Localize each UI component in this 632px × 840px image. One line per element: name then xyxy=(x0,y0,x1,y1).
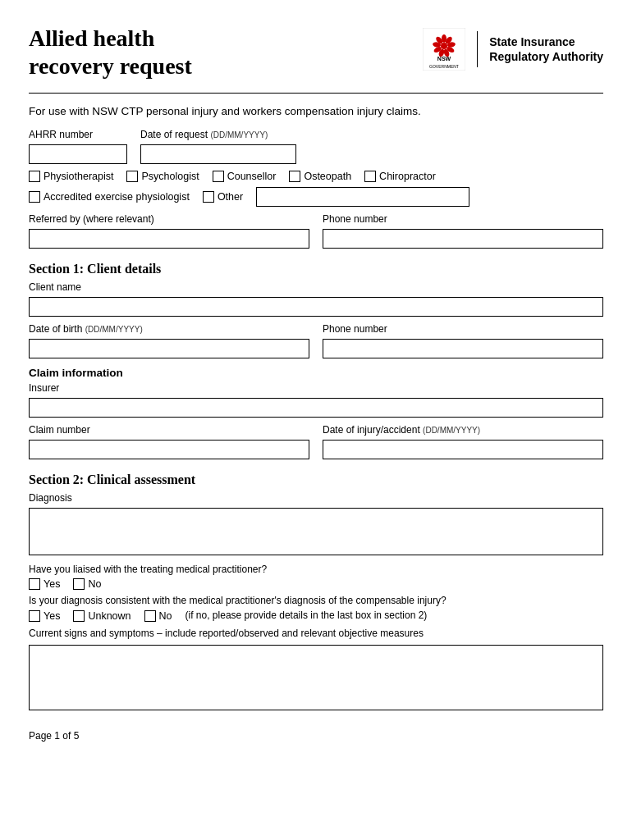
liaised-checkboxes: Yes No xyxy=(29,578,603,590)
consistent-label: Is your diagnosis consistent with the me… xyxy=(29,595,603,606)
osteopath-checkbox-item[interactable]: Osteopath xyxy=(289,171,351,182)
osteopath-label: Osteopath xyxy=(304,171,351,182)
psychologist-label: Psychologist xyxy=(141,171,199,182)
dob-label: Date of birth (DD/MM/YYYY) xyxy=(29,323,309,335)
other-label: Other xyxy=(218,191,243,203)
other-checkbox-item[interactable]: Other xyxy=(203,191,243,203)
signs-symptoms-label: Current signs and symptoms – include rep… xyxy=(29,628,603,639)
logo-area: NSW GOVERNMENT State Insurance Regulator… xyxy=(423,28,603,71)
checkbox-row-1: Physiotherapist Psychologist Counsellor … xyxy=(29,171,603,182)
ahrr-date-row: AHRR number Date of request (DD/MM/YYYY) xyxy=(29,129,603,164)
page-title: Allied health recovery request xyxy=(29,25,192,80)
counsellor-checkbox[interactable] xyxy=(213,171,224,182)
dob-phone-row: Date of birth (DD/MM/YYYY) Phone number xyxy=(29,323,603,358)
referred-by-label: Referred by (where relevant) xyxy=(29,213,309,225)
counsellor-label: Counsellor xyxy=(227,171,277,182)
page-footer: Page 1 of 5 xyxy=(29,730,603,742)
insurer-group: Insurer xyxy=(29,382,603,418)
phone-group: Phone number xyxy=(323,213,603,249)
dob-input[interactable] xyxy=(29,339,309,358)
consistent-unknown-item[interactable]: Unknown xyxy=(73,610,131,622)
date-request-label: Date of request (DD/MM/YYYY) xyxy=(140,129,296,140)
ahrr-input[interactable] xyxy=(29,144,127,164)
accredited-checkbox[interactable] xyxy=(29,191,40,203)
accredited-label: Accredited exercise physiologist xyxy=(44,191,190,203)
physiotherapist-checkbox[interactable] xyxy=(29,171,40,182)
diagnosis-label: Diagnosis xyxy=(29,492,603,504)
chiropractor-checkbox-item[interactable]: Chiropractor xyxy=(364,171,436,182)
consistent-checkboxes: Yes Unknown No (if no, please provide de… xyxy=(29,609,603,623)
date-injury-input[interactable] xyxy=(323,440,603,459)
client-name-group: Client name xyxy=(29,281,603,317)
section1-title: Section 1: Client details xyxy=(29,262,603,276)
diagnosis-textarea[interactable] xyxy=(29,508,603,555)
page-info: Page 1 of 5 xyxy=(29,730,79,742)
claim-number-input[interactable] xyxy=(29,440,309,459)
signs-symptoms-textarea[interactable] xyxy=(29,645,603,710)
chiropractor-checkbox[interactable] xyxy=(364,171,376,182)
logo-divider xyxy=(477,31,479,67)
ahrr-label: AHRR number xyxy=(29,129,127,140)
date-injury-group: Date of injury/accident (DD/MM/YYYY) xyxy=(323,424,603,459)
physiotherapist-checkbox-item[interactable]: Physiotherapist xyxy=(29,171,113,182)
diagnosis-group: Diagnosis xyxy=(29,492,603,555)
nsw-logo-icon: NSW GOVERNMENT xyxy=(423,28,465,71)
consistent-unknown-checkbox[interactable] xyxy=(73,610,85,622)
consistent-yes-item[interactable]: Yes xyxy=(29,610,60,622)
date-request-input[interactable] xyxy=(140,144,296,164)
header-divider xyxy=(29,93,603,94)
liaised-no-label: No xyxy=(88,578,101,590)
client-phone-input[interactable] xyxy=(323,339,603,358)
consistent-yes-label: Yes xyxy=(44,610,60,622)
consistent-unknown-label: Unknown xyxy=(88,610,131,622)
page-header: Allied health recovery request NSW GOVER… xyxy=(29,25,603,80)
sira-name: State Insurance Regulatory Authority xyxy=(489,34,603,64)
consistent-if-no-note: (if no, please provide details in the la… xyxy=(185,609,428,621)
claim-info-subtitle: Claim information xyxy=(29,367,603,379)
chiropractor-label: Chiropractor xyxy=(379,171,436,182)
ahrr-field-group: AHRR number xyxy=(29,129,127,164)
dob-group: Date of birth (DD/MM/YYYY) xyxy=(29,323,309,358)
claim-injury-row: Claim number Date of injury/accident (DD… xyxy=(29,424,603,459)
svg-point-10 xyxy=(441,43,447,49)
consistent-no-checkbox[interactable] xyxy=(144,610,156,622)
consistent-no-label: No xyxy=(159,610,172,622)
consistent-yes-checkbox[interactable] xyxy=(29,610,40,622)
client-phone-label: Phone number xyxy=(323,323,603,335)
checkbox-row-2: Accredited exercise physiologist Other xyxy=(29,187,603,207)
referred-by-group: Referred by (where relevant) xyxy=(29,213,309,249)
liaised-no-item[interactable]: No xyxy=(73,578,101,590)
client-name-label: Client name xyxy=(29,281,603,293)
referred-by-input[interactable] xyxy=(29,229,309,249)
liaised-section: Have you liaised with the treating medic… xyxy=(29,564,603,590)
liaised-yes-item[interactable]: Yes xyxy=(29,578,60,590)
insurer-input[interactable] xyxy=(29,398,603,418)
liaised-label: Have you liaised with the treating medic… xyxy=(29,564,603,575)
accredited-checkbox-item[interactable]: Accredited exercise physiologist xyxy=(29,191,190,203)
client-phone-group: Phone number xyxy=(323,323,603,358)
svg-text:GOVERNMENT: GOVERNMENT xyxy=(429,64,459,69)
svg-text:NSW: NSW xyxy=(437,56,451,62)
counsellor-checkbox-item[interactable]: Counsellor xyxy=(213,171,277,182)
liaised-yes-label: Yes xyxy=(44,578,60,590)
other-text-input[interactable] xyxy=(256,187,469,207)
form-subtitle: For use with NSW CTP personal injury and… xyxy=(29,105,603,117)
insurer-label: Insurer xyxy=(29,382,603,394)
claim-number-group: Claim number xyxy=(29,424,309,459)
client-name-input[interactable] xyxy=(29,297,603,317)
consistent-section: Is your diagnosis consistent with the me… xyxy=(29,595,603,623)
phone-input[interactable] xyxy=(323,229,603,249)
phone-label: Phone number xyxy=(323,213,603,225)
psychologist-checkbox-item[interactable]: Psychologist xyxy=(126,171,199,182)
date-injury-label: Date of injury/accident (DD/MM/YYYY) xyxy=(323,424,603,436)
other-checkbox[interactable] xyxy=(203,191,214,203)
section2-title: Section 2: Clinical assessment xyxy=(29,472,603,487)
osteopath-checkbox[interactable] xyxy=(289,171,300,182)
psychologist-checkbox[interactable] xyxy=(126,171,138,182)
signs-symptoms-group: Current signs and symptoms – include rep… xyxy=(29,628,603,710)
claim-number-label: Claim number xyxy=(29,424,309,436)
liaised-no-checkbox[interactable] xyxy=(73,578,85,590)
referred-phone-row: Referred by (where relevant) Phone numbe… xyxy=(29,213,603,249)
consistent-no-item[interactable]: No xyxy=(144,610,172,622)
liaised-yes-checkbox[interactable] xyxy=(29,578,40,590)
